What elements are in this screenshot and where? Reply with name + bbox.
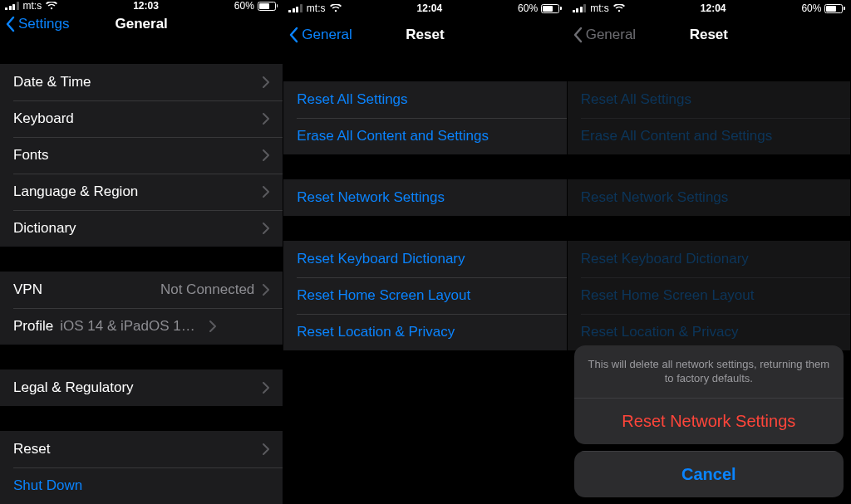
group-reset-misc: Reset Keyboard Dictionary Reset Home Scr…: [568, 241, 850, 350]
carrier-label: mt:s: [23, 0, 42, 12]
action-sheet-reset-network-button[interactable]: Reset Network Settings: [574, 398, 844, 444]
row-reset-all-settings[interactable]: Reset All Settings: [283, 81, 566, 118]
back-label: Settings: [18, 16, 69, 32]
action-sheet-message: This will delete all network settings, r…: [574, 345, 844, 398]
nav-bar: General Reset: [283, 17, 566, 53]
row-date-time[interactable]: Date & Time: [0, 64, 283, 100]
nav-title: Reset: [690, 27, 728, 43]
chevron-right-icon: [263, 186, 269, 198]
status-bar: mt:s 12:04 60%: [283, 0, 566, 17]
vpn-status: Not Connected: [160, 281, 254, 298]
group-reset-shutdown: Reset Shut Down: [0, 431, 283, 504]
group-vpn-profile: VPNNot Connected ProfileiOS 14 & iPadOS …: [0, 272, 283, 345]
group-reset-network: Reset Network Settings: [283, 179, 566, 216]
wifi-icon: [613, 4, 625, 12]
cellular-signal-icon: [5, 2, 19, 10]
chevron-right-icon: [209, 321, 216, 332]
group-legal: Legal & Regulatory: [0, 369, 283, 406]
clock: 12:04: [701, 2, 726, 14]
battery-percent: 60%: [801, 2, 821, 14]
battery-icon: [258, 2, 278, 11]
row-reset-network-settings: Reset Network Settings: [568, 179, 850, 216]
group-reset-network: Reset Network Settings: [568, 179, 850, 216]
action-sheet-cancel-group: Cancel: [574, 451, 844, 497]
battery-percent: 60%: [518, 2, 538, 14]
group-reset-erase: Reset All Settings Erase All Content and…: [283, 81, 566, 154]
status-bar: mt:s 12:03 60%: [0, 0, 283, 12]
clock: 12:03: [133, 0, 159, 12]
row-dictionary[interactable]: Dictionary: [0, 210, 283, 247]
group-reset-erase: Reset All Settings Erase All Content and…: [568, 81, 850, 154]
back-button[interactable]: General: [288, 27, 352, 43]
row-legal-regulatory[interactable]: Legal & Regulatory: [0, 369, 283, 406]
nav-title: Reset: [406, 27, 444, 43]
action-sheet-cancel-button[interactable]: Cancel: [574, 451, 844, 497]
general-list: Date & Time Keyboard Fonts Language & Re…: [0, 36, 283, 504]
wifi-icon: [330, 4, 342, 12]
row-reset[interactable]: Reset: [0, 431, 283, 467]
battery-icon: [541, 4, 562, 13]
row-reset-keyboard-dictionary: Reset Keyboard Dictionary: [568, 241, 850, 277]
back-label: General: [302, 27, 352, 43]
chevron-left-icon: [288, 27, 298, 43]
row-erase-all-content[interactable]: Erase All Content and Settings: [283, 118, 566, 154]
row-reset-network-settings[interactable]: Reset Network Settings: [283, 179, 566, 216]
nav-bar: General Reset: [568, 17, 850, 53]
cellular-signal-icon: [573, 4, 587, 12]
battery-icon: [824, 4, 845, 13]
chevron-left-icon: [573, 27, 583, 43]
group-reset-misc: Reset Keyboard Dictionary Reset Home Scr…: [283, 241, 566, 350]
row-profile[interactable]: ProfileiOS 14 & iPadOS 14 Beta Softwar..…: [0, 308, 283, 345]
chevron-right-icon: [263, 443, 269, 455]
row-reset-keyboard-dictionary[interactable]: Reset Keyboard Dictionary: [283, 241, 566, 277]
chevron-right-icon: [263, 149, 269, 161]
row-vpn[interactable]: VPNNot Connected: [0, 272, 283, 308]
group-datetime: Date & Time Keyboard Fonts Language & Re…: [0, 64, 283, 247]
chevron-left-icon: [5, 16, 15, 32]
cellular-signal-icon: [288, 4, 303, 12]
screen-reset: mt:s 12:04 60% General Reset Reset All S…: [283, 0, 567, 504]
chevron-right-icon: [263, 76, 269, 88]
wifi-icon: [46, 2, 57, 10]
reset-list: Reset All Settings Erase All Content and…: [283, 53, 566, 504]
row-erase-all-content: Erase All Content and Settings: [568, 118, 850, 154]
row-reset-all-settings: Reset All Settings: [568, 81, 850, 118]
row-reset-home-screen-layout: Reset Home Screen Layout: [568, 277, 850, 314]
back-button: General: [573, 27, 636, 43]
row-shut-down[interactable]: Shut Down: [0, 467, 283, 504]
nav-title: General: [116, 16, 168, 32]
row-reset-location-privacy[interactable]: Reset Location & Privacy: [283, 314, 566, 350]
row-keyboard[interactable]: Keyboard: [0, 100, 283, 137]
nav-bar: Settings General: [0, 12, 283, 36]
chevron-right-icon: [263, 113, 269, 125]
carrier-label: mt:s: [307, 2, 326, 14]
carrier-label: mt:s: [590, 2, 609, 14]
row-fonts[interactable]: Fonts: [0, 137, 283, 174]
back-label: General: [586, 27, 636, 43]
chevron-right-icon: [263, 382, 269, 394]
row-language-region[interactable]: Language & Region: [0, 174, 283, 210]
chevron-right-icon: [263, 223, 269, 234]
action-sheet-actions: This will delete all network settings, r…: [574, 345, 844, 444]
status-bar: mt:s 12:04 60%: [568, 0, 850, 17]
chevron-right-icon: [263, 284, 269, 296]
clock: 12:04: [416, 2, 442, 14]
back-button[interactable]: Settings: [5, 16, 69, 32]
screen-general: mt:s 12:03 60% Settings General Date & T…: [0, 0, 283, 504]
row-reset-home-screen-layout[interactable]: Reset Home Screen Layout: [283, 277, 566, 314]
battery-percent: 60%: [234, 0, 254, 12]
screen-reset-confirm: mt:s 12:04 60% General Reset Reset All S…: [568, 0, 851, 504]
action-sheet: This will delete all network settings, r…: [574, 345, 844, 497]
profile-detail: iOS 14 & iPadOS 14 Beta Softwar...: [60, 318, 201, 335]
